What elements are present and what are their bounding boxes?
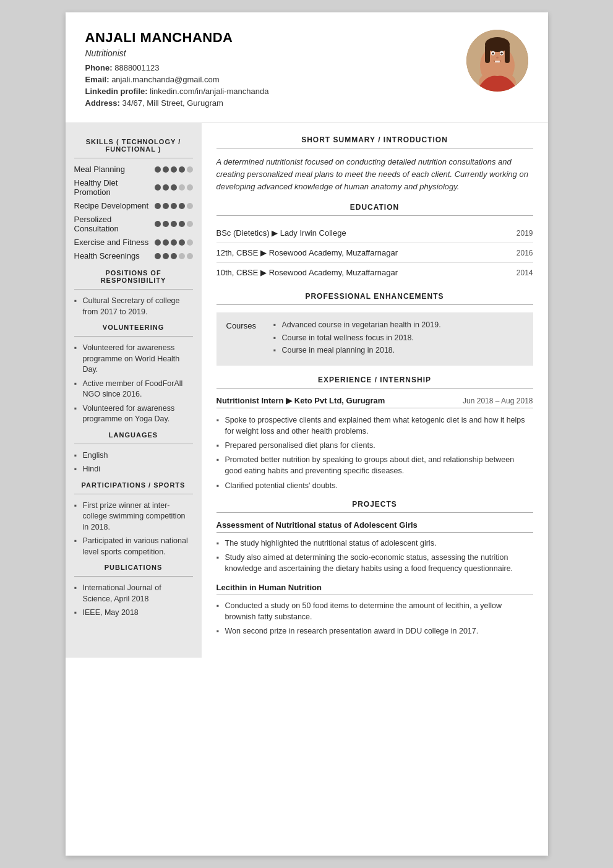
skill-dot	[179, 203, 185, 209]
svg-rect-4	[485, 45, 490, 63]
skill-dot	[163, 221, 169, 227]
project-title: Assessment of Nutritional status of Adol…	[216, 520, 533, 533]
project-bullets: Conducted a study on 50 food items to de…	[216, 600, 533, 637]
skill-dot	[179, 166, 185, 173]
skill-row: Health Screenings	[74, 251, 193, 260]
phone-label: Phone:	[85, 63, 113, 72]
skill-row: Meal Planning	[74, 165, 193, 174]
skill-dots	[155, 184, 193, 191]
svg-point-8	[492, 53, 494, 55]
svg-rect-5	[505, 45, 510, 63]
skill-dot	[163, 253, 169, 259]
address-line: Address: 34/67, Mill Street, Gurugram	[85, 98, 269, 108]
skill-name: Persolized Consultation	[74, 215, 155, 233]
address-value: 34/67, Mill Street, Gurugram	[122, 98, 223, 108]
skill-dot	[163, 166, 169, 173]
linkedin-value: linkedin.com/in/anjali-manchanda	[150, 87, 268, 96]
skill-dot	[187, 221, 193, 227]
list-item: Study also aimed at determining the soci…	[216, 552, 533, 574]
skill-dot	[187, 166, 193, 173]
skill-name: Health Screenings	[74, 251, 155, 260]
skill-row: Healthy Diet Promotion	[74, 178, 193, 197]
courses-list: Advanced course in vegetarian health in …	[273, 320, 441, 358]
list-item: IEEE, May 2018	[74, 608, 193, 619]
projects-divider	[216, 512, 533, 513]
skill-name: Recipe Development	[74, 201, 155, 210]
sidebar: SKILLS ( TECHNOLOGY / FUNCTIONAL ) Meal …	[66, 123, 202, 658]
languages-list: EnglishHindi	[74, 450, 193, 475]
publications-list: International Journal of Science, April …	[74, 583, 193, 619]
participations-list: First prize winner at inter-college swim…	[74, 501, 193, 558]
skill-dot	[155, 166, 161, 173]
skill-dots	[155, 221, 193, 227]
publications-divider	[74, 576, 193, 577]
phone-line: Phone: 8888001123	[85, 63, 269, 72]
skill-dot	[187, 253, 193, 259]
participations-divider	[74, 494, 193, 494]
responsibility-list: Cultural Secretary of college from 2017 …	[74, 296, 193, 317]
education-row: BSc (Dietetics) ▶ Lady Irwin College2019	[216, 223, 533, 243]
experience-title: EXPERIENCE / INTERNSHIP	[216, 376, 533, 384]
list-item: Clarified potential clients' doubts.	[216, 480, 533, 491]
skill-dot	[179, 239, 185, 246]
skill-dot	[179, 253, 185, 259]
skills-divider	[74, 158, 193, 158]
education-year: 2014	[517, 269, 533, 277]
list-item: Hindi	[74, 464, 193, 475]
skill-dot	[187, 203, 193, 209]
svg-point-9	[500, 53, 503, 55]
pro-enh-divider	[216, 304, 533, 305]
candidate-name: ANJALI MANCHANDA	[85, 30, 269, 46]
projects-section: Assessment of Nutritional status of Adol…	[216, 520, 533, 637]
experience-title-label: Nutritionist Intern ▶ Keto Pvt Ltd, Guru…	[216, 396, 385, 405]
list-item: Prepared personalised diet plans for cli…	[216, 440, 533, 451]
skill-dot	[155, 203, 161, 209]
list-item: Advanced course in vegetarian health in …	[273, 320, 441, 331]
responsibility-title: POSITIONS OF RESPONSIBILITY	[74, 269, 193, 284]
email-value: anjali.manchanda@gmail.com	[111, 75, 219, 84]
education-year: 2019	[517, 229, 533, 238]
languages-title: LANGUAGES	[74, 431, 193, 439]
volunteering-title: VOLUNTEERING	[74, 324, 193, 331]
education-label: 12th, CBSE ▶ Rosewood Academy, Muzaffarn…	[216, 248, 398, 257]
education-label: BSc (Dietetics) ▶ Lady Irwin College	[216, 228, 346, 238]
skill-dots	[155, 253, 193, 259]
email-line: Email: anjali.manchanda@gmail.com	[85, 75, 269, 84]
skill-dot	[187, 239, 193, 246]
list-item: Spoke to prospective clients and explain…	[216, 415, 533, 437]
list-item: Conducted a study on 50 food items to de…	[216, 600, 533, 622]
skill-name: Healthy Diet Promotion	[74, 178, 155, 197]
summary-text: A determined nutritionist focused on con…	[216, 156, 533, 193]
skill-dots	[155, 166, 193, 173]
volunteering-list: Volunteered for awareness programme on W…	[74, 343, 193, 425]
address-label: Address:	[85, 98, 120, 108]
skill-row: Exercise and Fitness	[74, 238, 193, 247]
experience-section: Nutritionist Intern ▶ Keto Pvt Ltd, Guru…	[216, 396, 533, 491]
header-left: ANJALI MANCHANDA Nutritionist Phone: 888…	[85, 30, 269, 110]
header: ANJALI MANCHANDA Nutritionist Phone: 888…	[66, 12, 548, 123]
skill-dots	[155, 203, 193, 209]
list-item: The study highlighted the nutritional st…	[216, 538, 533, 549]
summary-title: SHORT SUMMARY / INTRODUCTION	[216, 135, 533, 144]
education-row: 12th, CBSE ▶ Rosewood Academy, Muzaffarn…	[216, 243, 533, 263]
skill-dot	[179, 184, 185, 191]
education-list: BSc (Dietetics) ▶ Lady Irwin College2019…	[216, 223, 533, 282]
responsibility-divider	[74, 289, 193, 290]
avatar	[466, 30, 528, 92]
skill-dot	[171, 203, 177, 209]
skill-dot	[171, 253, 177, 259]
skill-dot	[155, 239, 161, 246]
pro-enh-box: Courses Advanced course in vegetarian he…	[216, 312, 533, 366]
skill-dot	[163, 239, 169, 246]
experience-date: Jun 2018 – Aug 2018	[463, 397, 533, 405]
volunteering-divider	[74, 336, 193, 337]
education-year: 2016	[517, 249, 533, 257]
pro-enh-row: Courses Advanced course in vegetarian he…	[226, 320, 523, 358]
skill-dot	[171, 221, 177, 227]
skill-dot	[171, 184, 177, 191]
project-title: Lecithin in Human Nutrition	[216, 583, 533, 595]
skill-dot	[179, 221, 185, 227]
experience-header: Nutritionist Intern ▶ Keto Pvt Ltd, Guru…	[216, 396, 533, 408]
main-content: SHORT SUMMARY / INTRODUCTION A determine…	[202, 123, 548, 658]
skill-dot	[163, 184, 169, 191]
